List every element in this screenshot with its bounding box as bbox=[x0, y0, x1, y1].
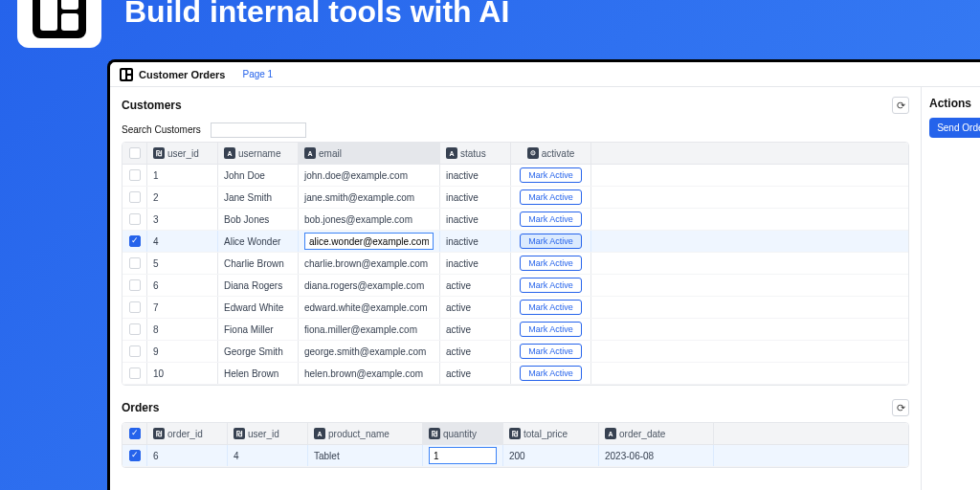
table-row[interactable]: 7Edward Whiteedward.white@example.comact… bbox=[122, 297, 908, 319]
table-row[interactable]: 3Bob Jonesbob.jones@example.cominactiveM… bbox=[122, 209, 908, 231]
cell-username[interactable]: Alice Wonder bbox=[218, 231, 299, 252]
cell-status[interactable]: inactive bbox=[440, 253, 511, 274]
col-order-id[interactable]: order_id bbox=[147, 423, 228, 444]
cell-user-id[interactable]: 3 bbox=[147, 209, 218, 230]
send-orders-button[interactable]: Send Orders bbox=[929, 118, 980, 138]
cell-username[interactable]: Bob Jones bbox=[218, 209, 299, 230]
cell-user-id[interactable]: 2 bbox=[147, 187, 218, 208]
table-row[interactable]: 6Diana Rogersdiana.rogers@example.comact… bbox=[122, 275, 908, 297]
table-row[interactable]: 5Charlie Browncharlie.brown@example.comi… bbox=[122, 253, 908, 275]
cell-username[interactable]: Diana Rogers bbox=[218, 275, 299, 296]
cell-email[interactable]: charlie.brown@example.com bbox=[299, 253, 440, 274]
cell-user-id[interactable]: 5 bbox=[147, 253, 218, 274]
mark-active-button[interactable]: Mark Active bbox=[520, 189, 582, 205]
cell-user-id[interactable]: 4 bbox=[228, 445, 308, 466]
cell-status[interactable]: active bbox=[440, 319, 511, 340]
select-all-header[interactable] bbox=[122, 423, 147, 444]
row-checkbox[interactable] bbox=[122, 209, 147, 230]
cell-email[interactable]: bob.jones@example.com bbox=[299, 209, 440, 230]
table-row[interactable]: 9George Smithgeorge.smith@example.comact… bbox=[122, 341, 908, 363]
col-total-price[interactable]: total_price bbox=[503, 423, 599, 444]
search-input[interactable] bbox=[211, 122, 306, 138]
table-row[interactable]: 2Jane Smithjane.smith@example.cominactiv… bbox=[122, 187, 908, 209]
cell-email[interactable] bbox=[299, 231, 440, 252]
row-checkbox[interactable] bbox=[122, 275, 147, 296]
cell-username[interactable]: Jane Smith bbox=[218, 187, 299, 208]
mark-active-button[interactable]: Mark Active bbox=[520, 366, 582, 381]
col-quantity[interactable]: quantity bbox=[423, 423, 503, 444]
text-type-icon bbox=[605, 428, 616, 439]
mark-active-button[interactable]: Mark Active bbox=[520, 167, 582, 183]
table-row[interactable]: 64Tablet2002023-06-08 bbox=[122, 445, 908, 467]
cell-username[interactable]: Charlie Brown bbox=[218, 253, 299, 274]
mark-active-button[interactable]: Mark Active bbox=[520, 278, 582, 293]
mark-active-button[interactable]: Mark Active bbox=[520, 256, 582, 271]
cell-user-id[interactable]: 8 bbox=[147, 319, 218, 340]
cell-username[interactable]: Fiona Miller bbox=[218, 319, 299, 340]
table-row[interactable]: 10Helen Brownhelen.brown@example.comacti… bbox=[122, 363, 908, 385]
row-checkbox[interactable] bbox=[122, 165, 147, 186]
mark-active-button[interactable]: Mark Active bbox=[520, 300, 582, 315]
table-row[interactable]: 1John Doejohn.doe@example.cominactiveMar… bbox=[122, 165, 908, 187]
cell-username[interactable]: John Doe bbox=[218, 165, 299, 186]
cell-status[interactable]: inactive bbox=[440, 231, 511, 252]
row-checkbox[interactable] bbox=[122, 341, 147, 362]
table-row[interactable]: 4Alice WonderinactiveMark Active bbox=[122, 231, 908, 253]
cell-status[interactable]: inactive bbox=[440, 209, 511, 230]
col-product-name[interactable]: product_name bbox=[308, 423, 423, 444]
col-order-date[interactable]: order_date bbox=[599, 423, 714, 444]
row-checkbox[interactable] bbox=[122, 297, 147, 318]
mark-active-button[interactable]: Mark Active bbox=[520, 212, 582, 227]
cell-status[interactable]: active bbox=[440, 297, 511, 318]
cell-email[interactable]: diana.rogers@example.com bbox=[299, 275, 440, 296]
cell-username[interactable]: Helen Brown bbox=[218, 363, 299, 384]
cell-user-id[interactable]: 6 bbox=[147, 275, 218, 296]
select-all-header[interactable] bbox=[122, 143, 147, 164]
cell-email[interactable]: jane.smith@example.com bbox=[299, 187, 440, 208]
refresh-icon[interactable]: ⟳ bbox=[892, 97, 909, 114]
col-user-id[interactable]: user_id bbox=[228, 423, 308, 444]
row-checkbox[interactable] bbox=[122, 253, 147, 274]
refresh-icon[interactable]: ⟳ bbox=[892, 399, 909, 416]
cell-email[interactable]: john.doe@example.com bbox=[299, 165, 440, 186]
col-user-id[interactable]: user_id bbox=[147, 143, 218, 164]
cell-product-name[interactable]: Tablet bbox=[308, 445, 423, 466]
quantity-cell-input[interactable] bbox=[429, 447, 497, 464]
cell-user-id[interactable]: 7 bbox=[147, 297, 218, 318]
row-checkbox[interactable] bbox=[122, 319, 147, 340]
cell-status[interactable]: active bbox=[440, 341, 511, 362]
cell-email[interactable]: edward.white@example.com bbox=[299, 297, 440, 318]
row-checkbox[interactable] bbox=[122, 187, 147, 208]
email-cell-input[interactable] bbox=[304, 233, 434, 250]
cell-order-id[interactable]: 6 bbox=[147, 445, 228, 466]
col-email[interactable]: email bbox=[299, 143, 440, 164]
row-checkbox[interactable] bbox=[122, 363, 147, 384]
col-status[interactable]: status bbox=[440, 143, 511, 164]
col-username[interactable]: username bbox=[218, 143, 299, 164]
cell-user-id[interactable]: 10 bbox=[147, 363, 218, 384]
cell-status[interactable]: inactive bbox=[440, 187, 511, 208]
cell-quantity[interactable] bbox=[423, 445, 503, 466]
mark-active-button[interactable]: Mark Active bbox=[520, 234, 582, 249]
cell-status[interactable]: active bbox=[440, 363, 511, 384]
cell-total-price[interactable]: 200 bbox=[503, 445, 599, 466]
window-title: Customer Orders bbox=[139, 69, 225, 80]
mark-active-button[interactable]: Mark Active bbox=[520, 344, 582, 359]
cell-username[interactable]: Edward White bbox=[218, 297, 299, 318]
col-activate[interactable]: activate bbox=[511, 143, 591, 164]
cell-email[interactable]: helen.brown@example.com bbox=[299, 363, 440, 384]
cell-username[interactable]: George Smith bbox=[218, 341, 299, 362]
cell-status[interactable]: inactive bbox=[440, 165, 511, 186]
row-checkbox[interactable] bbox=[122, 445, 147, 466]
table-row[interactable]: 8Fiona Millerfiona.miller@example.comact… bbox=[122, 319, 908, 341]
cell-user-id[interactable]: 4 bbox=[147, 231, 218, 252]
tab-page1[interactable]: Page 1 bbox=[242, 69, 273, 79]
cell-user-id[interactable]: 9 bbox=[147, 341, 218, 362]
cell-status[interactable]: active bbox=[440, 275, 511, 296]
cell-order-date[interactable]: 2023-06-08 bbox=[599, 445, 714, 466]
row-checkbox[interactable] bbox=[122, 231, 147, 252]
mark-active-button[interactable]: Mark Active bbox=[520, 322, 582, 337]
cell-email[interactable]: george.smith@example.com bbox=[299, 341, 440, 362]
cell-email[interactable]: fiona.miller@example.com bbox=[299, 319, 440, 340]
cell-user-id[interactable]: 1 bbox=[147, 165, 218, 186]
